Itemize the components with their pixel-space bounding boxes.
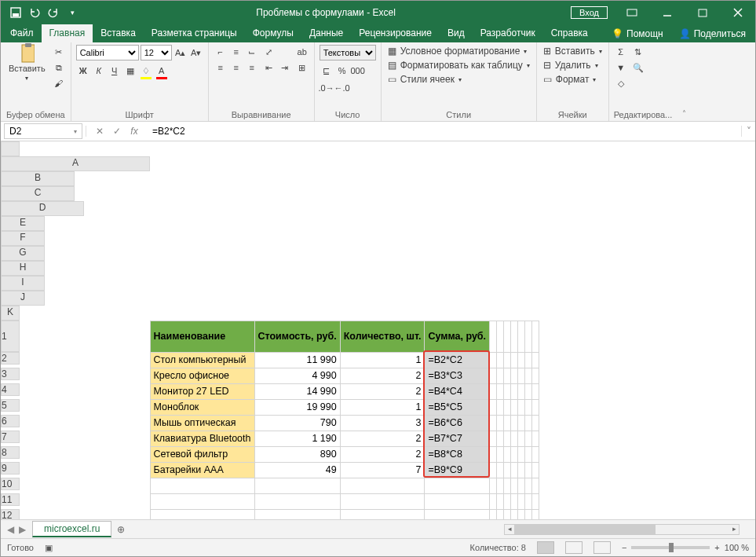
tab-developer[interactable]: Разработчик: [473, 24, 543, 42]
cell[interactable]: [504, 509, 511, 519]
name-box[interactable]: D2▾: [4, 123, 82, 139]
cell-C7[interactable]: 2: [340, 431, 425, 446]
borders-icon[interactable]: ▦: [123, 64, 137, 78]
cell[interactable]: [150, 509, 254, 519]
comma-icon[interactable]: 000: [351, 64, 365, 78]
cell[interactable]: [525, 321, 532, 352]
cell[interactable]: [532, 509, 539, 519]
cell-B2[interactable]: 11 990: [254, 352, 340, 368]
col-header-D[interactable]: D: [1, 201, 84, 216]
col-header-G[interactable]: G: [1, 246, 45, 261]
cell[interactable]: [504, 368, 511, 383]
tab-layout[interactable]: Разметка страницы: [144, 24, 245, 42]
cell-D7[interactable]: =B7*C7: [425, 431, 490, 446]
prev-sheet-icon[interactable]: ◀: [7, 524, 14, 535]
cell[interactable]: [340, 509, 425, 519]
cell[interactable]: [518, 321, 525, 352]
cell[interactable]: [497, 368, 504, 383]
cell-A9[interactable]: Батарейки AAA: [150, 462, 254, 478]
col-header-I[interactable]: I: [1, 276, 45, 291]
expand-formula-bar-icon[interactable]: ˅: [741, 126, 755, 137]
cell[interactable]: [497, 321, 504, 352]
cell[interactable]: [490, 509, 497, 519]
tab-insert[interactable]: Вставка: [93, 24, 144, 42]
signin-button[interactable]: Вход: [571, 6, 608, 19]
row-header-6[interactable]: 6: [1, 415, 20, 427]
paste-button[interactable]: Вставить ▾: [5, 45, 49, 83]
cell-C2[interactable]: 1: [340, 352, 425, 368]
cell[interactable]: [525, 446, 532, 462]
horizontal-scrollbar[interactable]: ◂ ▸: [504, 524, 740, 535]
italic-button[interactable]: К: [92, 64, 106, 78]
cell-D9[interactable]: =B9*C9: [425, 462, 490, 478]
row-header-11[interactable]: 11: [1, 493, 20, 506]
next-sheet-icon[interactable]: ▶: [19, 524, 26, 535]
maximize-icon[interactable]: [685, 1, 720, 24]
cell[interactable]: [504, 478, 511, 493]
copy-icon[interactable]: ⧉: [52, 60, 66, 75]
cell[interactable]: [504, 383, 511, 399]
cell-A5[interactable]: Моноблок: [150, 399, 254, 415]
cell[interactable]: [340, 493, 425, 509]
close-icon[interactable]: [720, 1, 755, 24]
qat-customize-icon[interactable]: ▾: [64, 4, 81, 21]
cell[interactable]: [525, 415, 532, 431]
bold-button[interactable]: Ж: [76, 64, 90, 78]
cell[interactable]: [511, 493, 518, 509]
cell-B3[interactable]: 4 990: [254, 368, 340, 383]
row-header-3[interactable]: 3: [1, 368, 20, 380]
col-header-J[interactable]: J: [1, 291, 45, 306]
col-header-F[interactable]: F: [1, 231, 45, 246]
cell[interactable]: [525, 431, 532, 446]
delete-cells-button[interactable]: ⊟Удалить▾: [542, 59, 600, 71]
cell-C8[interactable]: 2: [340, 446, 425, 462]
cell[interactable]: [518, 462, 525, 478]
collapse-ribbon-icon[interactable]: ˄: [677, 42, 691, 121]
cell-B1[interactable]: Стоимость, руб.: [254, 321, 340, 352]
cell-A1[interactable]: Наименование: [150, 321, 254, 352]
underline-button[interactable]: Ч: [108, 64, 122, 78]
cell-B8[interactable]: 890: [254, 446, 340, 462]
col-header-E[interactable]: E: [1, 216, 45, 231]
new-sheet-icon[interactable]: ⊕: [111, 524, 130, 535]
cell[interactable]: [532, 383, 539, 399]
cell-B9[interactable]: 49: [254, 462, 340, 478]
cell[interactable]: [518, 383, 525, 399]
cell[interactable]: [490, 415, 497, 431]
cell[interactable]: [504, 415, 511, 431]
view-page-break-icon[interactable]: [593, 541, 611, 554]
cell[interactable]: [525, 478, 532, 493]
cell[interactable]: [504, 399, 511, 415]
font-size-select[interactable]: 12: [141, 45, 172, 60]
cell[interactable]: [490, 431, 497, 446]
redo-icon[interactable]: [45, 4, 62, 21]
cell[interactable]: [518, 368, 525, 383]
tab-file[interactable]: Файл: [2, 24, 42, 42]
cell[interactable]: [254, 493, 340, 509]
cell[interactable]: [497, 493, 504, 509]
font-color-icon[interactable]: A: [155, 64, 169, 78]
macro-record-icon[interactable]: ▣: [45, 543, 53, 553]
cell[interactable]: [511, 446, 518, 462]
cell-B4[interactable]: 14 990: [254, 383, 340, 399]
cell[interactable]: [518, 446, 525, 462]
font-name-select[interactable]: Calibri: [76, 45, 139, 60]
tell-me-button[interactable]: 💡Помощн: [604, 25, 671, 42]
cell[interactable]: [525, 383, 532, 399]
share-button[interactable]: 👤Поделиться: [671, 25, 754, 42]
view-page-layout-icon[interactable]: [565, 541, 583, 554]
cell[interactable]: [532, 462, 539, 478]
cell[interactable]: [525, 352, 532, 368]
cell[interactable]: [532, 321, 539, 352]
cell[interactable]: [518, 399, 525, 415]
cell[interactable]: [525, 462, 532, 478]
col-header-H[interactable]: H: [1, 261, 45, 276]
cell[interactable]: [504, 493, 511, 509]
row-header-1[interactable]: 1: [1, 321, 20, 352]
currency-icon[interactable]: ⊑: [320, 64, 334, 78]
cell-styles-button[interactable]: ▭Стили ячеек▾: [386, 73, 463, 86]
percent-icon[interactable]: %: [335, 64, 349, 78]
cell[interactable]: [497, 478, 504, 493]
cell[interactable]: [511, 399, 518, 415]
cell-D2[interactable]: =B2*C2: [425, 352, 490, 368]
